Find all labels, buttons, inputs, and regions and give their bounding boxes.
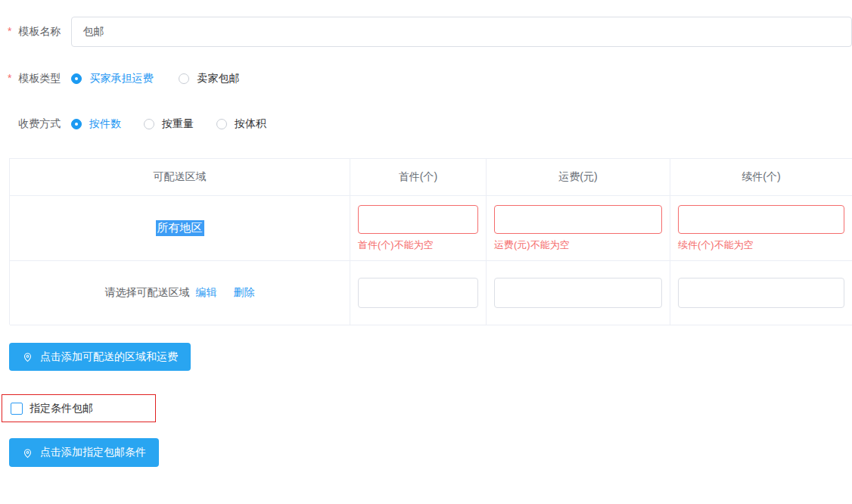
freight-error-cell: 运费(元)不能为空 (487, 196, 670, 261)
location-pin-icon (22, 447, 33, 459)
freight-error-message: 运费(元)不能为空 (494, 238, 570, 251)
shipping-regions-table: 可配送区域 首件(个) 运费(元) 续件(个) 所有地区 首件(个)不能为空 运… (9, 158, 852, 325)
col-header-region: 可配送区域 (10, 159, 350, 196)
shipping-template-form: *模板名称 *模板类型 买家承担运费 卖家包邮 收费方式 按件数 按重 (0, 0, 852, 504)
col-header-additional-item: 续件(个) (670, 159, 852, 196)
freight-input[interactable] (494, 205, 662, 234)
required-asterisk: * (8, 72, 11, 84)
radio-selected-icon (71, 119, 82, 129)
template-type-label: *模板类型 (8, 72, 61, 86)
radio-label: 卖家包邮 (197, 72, 239, 86)
table-row-all-regions-cell: 所有地区 (10, 196, 350, 261)
conditional-free-shipping-annotation-box: 指定条件包邮 (2, 394, 156, 422)
first-item-input[interactable] (358, 278, 478, 308)
add-condition-button[interactable]: 点击添加指定包邮条件 (9, 438, 159, 467)
radio-label: 买家承担运费 (89, 72, 153, 86)
additional-item-input[interactable] (678, 278, 844, 308)
first-item-input[interactable] (358, 205, 478, 234)
radio-selected-icon (71, 73, 82, 84)
charge-method-label: 收费方式 (8, 117, 61, 131)
add-condition-button-label: 点击添加指定包邮条件 (40, 446, 146, 459)
radio-by-quantity[interactable]: 按件数 (71, 117, 121, 131)
template-name-row: *模板名称 (8, 17, 852, 47)
conditional-free-shipping-label: 指定条件包邮 (30, 402, 93, 415)
first-item-cell (350, 261, 487, 325)
all-regions-link[interactable]: 所有地区 (156, 220, 204, 236)
freight-cell (487, 261, 670, 325)
radio-unselected-icon (216, 119, 227, 129)
template-name-label: *模板名称 (8, 25, 61, 39)
charge-method-row: 收费方式 按件数 按重量 按体积 (8, 115, 266, 133)
conditional-free-shipping-checkbox[interactable] (11, 403, 23, 415)
radio-label: 按件数 (89, 117, 121, 131)
select-region-text: 请选择可配送区域 (105, 286, 190, 300)
add-region-button-label: 点击添加可配送的区域和运费 (40, 350, 178, 364)
charge-method-radio-group: 按件数 按重量 按体积 (71, 117, 266, 131)
template-type-row: *模板类型 买家承担运费 卖家包邮 (8, 70, 239, 88)
radio-unselected-icon (179, 73, 189, 84)
radio-seller-free-shipping[interactable]: 卖家包邮 (179, 72, 239, 86)
required-asterisk: * (8, 25, 11, 37)
location-pin-icon (22, 351, 33, 362)
additional-item-error-message: 续件(个)不能为空 (678, 238, 754, 251)
radio-label: 按体积 (235, 117, 266, 131)
radio-unselected-icon (144, 119, 154, 129)
col-header-first-item: 首件(个) (350, 159, 487, 196)
col-header-freight: 运费(元) (487, 159, 670, 196)
edit-region-link[interactable]: 编辑 (196, 286, 217, 300)
first-item-error-cell: 首件(个)不能为空 (350, 196, 487, 261)
radio-buyer-pays[interactable]: 买家承担运费 (71, 72, 153, 86)
freight-input[interactable] (494, 278, 662, 308)
radio-by-volume[interactable]: 按体积 (216, 117, 266, 131)
radio-label: 按重量 (162, 117, 194, 131)
add-region-button[interactable]: 点击添加可配送的区域和运费 (9, 343, 191, 371)
template-type-radio-group: 买家承担运费 卖家包邮 (71, 72, 239, 86)
delete-region-link[interactable]: 删除 (234, 286, 255, 300)
template-name-input[interactable] (71, 17, 852, 47)
additional-item-error-cell: 续件(个)不能为空 (670, 196, 852, 261)
additional-item-cell (670, 261, 852, 325)
first-item-error-message: 首件(个)不能为空 (358, 238, 434, 251)
additional-item-input[interactable] (678, 205, 844, 234)
table-row-select-region-cell: 请选择可配送区域 编辑 删除 (10, 261, 350, 325)
radio-by-weight[interactable]: 按重量 (144, 117, 194, 131)
